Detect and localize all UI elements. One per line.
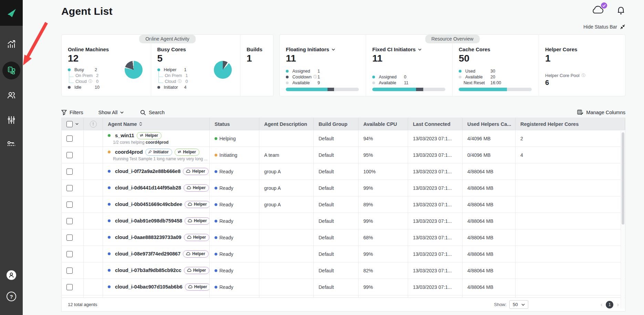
select-all-checkbox[interactable]	[66, 121, 73, 127]
search-button[interactable]: Search	[140, 110, 165, 116]
row-checkbox[interactable]	[66, 235, 73, 241]
cloud-status-button[interactable]	[591, 5, 605, 17]
page-size-select[interactable]: 50	[509, 300, 528, 309]
agent-name: cloud_i-0b0451669c49cbdee	[115, 202, 182, 207]
pagination: ‹ 1 ›	[601, 301, 619, 308]
info-icon: ⓘ	[313, 75, 317, 79]
table-row[interactable]: coord4prod Initiator Helper Running Test…	[62, 146, 625, 163]
scrollbar-thumb[interactable]	[622, 132, 624, 225]
info-icon: ⓘ	[89, 79, 92, 83]
column-header-agent-description: Agent Description	[259, 118, 314, 130]
sidebar-item-settings[interactable]	[4, 112, 19, 128]
manage-columns-button[interactable]: Manage Columns	[577, 110, 625, 115]
sidebar-item-users[interactable]	[4, 88, 19, 103]
status-dot	[215, 154, 217, 156]
prev-page-button[interactable]: ‹	[601, 302, 603, 307]
agent-subtext: Running Test Sample 1 long name very ver…	[108, 156, 208, 161]
row-checkbox[interactable]	[66, 268, 73, 274]
column-header-used-helpers: Used Helpers Ca...	[463, 118, 516, 130]
status-dot	[215, 236, 217, 239]
sidebar-item-agents[interactable]	[2, 62, 20, 79]
column-header-last-connected: Last Connected	[408, 118, 463, 130]
sidebar-item-dashboard[interactable]	[4, 37, 19, 52]
fixed-ci-initiators-usage-bar	[372, 88, 445, 91]
agent-status-dot	[108, 285, 111, 288]
table-scrollbar[interactable]	[621, 130, 625, 308]
help-icon: ?	[6, 291, 17, 302]
table-row[interactable]: cloud_i-07b3af9db85cb92ccHelper Ready De…	[62, 262, 625, 279]
helper-badge: Helper	[137, 132, 162, 140]
status-dot	[215, 286, 217, 289]
sidebar: ?	[0, 0, 23, 315]
table-row[interactable]: s_win11 Helper 1/2 cores helping coord4p…	[62, 130, 625, 146]
app-logo[interactable]	[0, 0, 23, 26]
busy-cores-card: Busy Cores 5 Helper1 On Prem1 Cloudⓘ0 In…	[151, 35, 240, 96]
legend-dot	[286, 70, 289, 73]
select-menu-chevron-icon[interactable]	[75, 123, 79, 125]
license-key-icon	[6, 140, 17, 150]
row-checkbox[interactable]	[66, 169, 73, 175]
agent-status-dot	[108, 269, 111, 272]
current-page-button[interactable]: 1	[606, 301, 613, 308]
table-row[interactable]: cloud_i-0d6441d144f95ab28Helper Ready gr…	[62, 180, 625, 196]
info-icon: ⓘ	[178, 79, 181, 83]
agent-name: cloud_i-0f72a9a2e88b666e8	[115, 169, 180, 174]
cloud-helper-badge: Helper	[183, 250, 208, 258]
agent-name: coord4prod	[115, 149, 143, 155]
helper-core-pool-value: 6	[545, 79, 618, 87]
swap-arrows-icon	[177, 150, 181, 153]
table-row[interactable]: cloud_i-0aae8883239733a09Helper Ready De…	[62, 229, 625, 246]
table-row[interactable]: cloud_i-04bac907d105ab6b6Helper Ready De…	[62, 279, 625, 295]
table-row[interactable]: cloud_i-0b0451669c49cbdeeHelper Ready gr…	[62, 196, 625, 213]
cloud-icon	[188, 285, 193, 289]
avatar-icon	[6, 270, 17, 280]
agent-name: cloud_i-04bac907d105ab6b6	[115, 284, 183, 290]
chevron-down-icon	[332, 48, 335, 51]
table-row[interactable]: cloud_i-0ab91e098db759458Helper Ready De…	[62, 213, 625, 229]
legend-dot	[372, 76, 375, 78]
legend-dot	[286, 82, 289, 84]
notifications-button[interactable]	[616, 5, 625, 17]
hide-status-bar-label: Hide Status Bar	[583, 24, 617, 30]
main-content: Agent List Hide Status Bar	[23, 0, 644, 315]
tree-connector	[69, 72, 74, 77]
cloud-icon	[187, 203, 192, 206]
sort-icon[interactable]	[139, 122, 142, 126]
row-checkbox[interactable]	[66, 284, 73, 290]
row-checkbox[interactable]	[66, 251, 73, 257]
sidebar-item-license[interactable]	[4, 137, 19, 152]
row-checkbox[interactable]	[66, 202, 73, 208]
row-checkbox[interactable]	[66, 185, 73, 191]
card-title: Busy Cores	[157, 46, 233, 52]
row-checkbox[interactable]	[66, 135, 73, 142]
column-header-agent-name[interactable]: Agent Name	[103, 118, 210, 130]
table-row[interactable]: cloud_i-08e973f74ed290867Helper Ready De…	[62, 246, 625, 262]
row-checkbox[interactable]	[66, 218, 73, 224]
tree-connector	[158, 77, 163, 83]
hide-status-bar-button[interactable]: Hide Status Bar	[583, 24, 625, 30]
agent-status-dot	[108, 186, 111, 189]
fixed-ci-initiators-dropdown[interactable]: Fixed CI Initiators	[372, 46, 445, 52]
search-icon	[140, 110, 146, 116]
cloud-helper-badge: Helper	[183, 168, 208, 175]
floating-initiators-dropdown[interactable]: Floating Initiators	[286, 46, 359, 52]
row-checkbox[interactable]	[66, 152, 73, 158]
agent-name: s_win11	[115, 133, 134, 138]
status-dot	[215, 137, 217, 140]
cloud-icon	[187, 236, 191, 239]
cache-cores-card: Cache Cores 50 Used30 Available20 Next R…	[452, 35, 539, 96]
sidebar-item-account[interactable]	[4, 268, 19, 283]
cloud-helper-badge: Helper	[185, 283, 210, 291]
column-header-available-cpu: Available CPU	[359, 118, 408, 130]
show-all-dropdown[interactable]: Show All	[98, 110, 124, 115]
filters-button[interactable]: Filters	[61, 110, 83, 115]
info-icon: ⓘ	[582, 74, 585, 77]
show-label: Show:	[494, 302, 506, 307]
legend-dot	[459, 76, 461, 78]
sidebar-item-help[interactable]: ?	[4, 289, 19, 304]
table-row[interactable]: cloud_i-0f72a9a2e88b666e8Helper Ready gr…	[62, 163, 625, 180]
legend-dot	[286, 76, 289, 78]
next-page-button[interactable]: ›	[617, 302, 619, 307]
agent-status-dot	[108, 219, 111, 222]
table-row-partial	[62, 295, 625, 297]
